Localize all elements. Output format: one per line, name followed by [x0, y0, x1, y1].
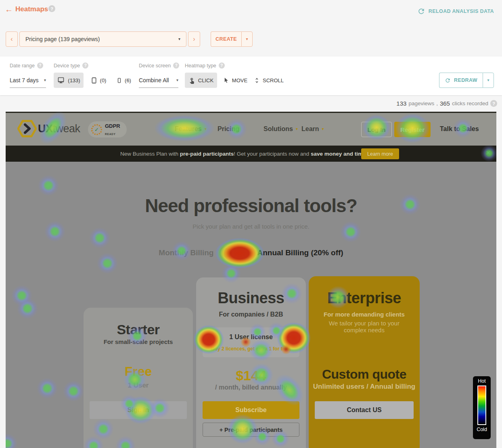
cursor-icon [223, 77, 229, 83]
create-button-group: CREATE ▾ [211, 31, 253, 47]
chevron-down-icon: ▾ [176, 78, 178, 82]
heat-blob [89, 227, 110, 248]
banner-text: New Business Plan with pre-paid particip… [120, 151, 367, 157]
enterprise-desc2: We tailor your plan to your complex need… [309, 320, 420, 333]
reload-label: RELOAD ANALYSIS DATA [429, 8, 494, 14]
gdpr-badge: ✓ GDPRREADY [88, 121, 127, 138]
help-icon[interactable]: ? [173, 63, 179, 69]
previous-page-button[interactable]: ‹ [6, 31, 18, 47]
reload-analysis-data-button[interactable]: RELOAD ANALYSIS DATA [417, 7, 494, 15]
plan-card-enterprise: Enterprise For more demanding clients We… [309, 276, 420, 448]
legend-hot-label: Hot [478, 378, 485, 384]
help-icon[interactable]: ? [48, 5, 55, 12]
enterprise-contact-button: Contact US [315, 401, 414, 419]
heatmap-type-move-button[interactable]: MOVE [221, 73, 249, 88]
redraw-button-group: REDRAW ▾ [439, 73, 494, 88]
refresh-icon [417, 7, 425, 15]
redraw-dropdown-button[interactable]: ▾ [483, 73, 494, 88]
refresh-icon [445, 77, 451, 83]
create-button[interactable]: CREATE [211, 31, 241, 47]
filter-bar: Date range? Last 7 days▾ Device type? (1… [0, 56, 502, 95]
help-icon[interactable]: ? [82, 63, 88, 69]
chevron-down-icon: ▾ [296, 127, 298, 131]
date-range-label: Date range? [10, 63, 43, 69]
tap-click-icon [188, 77, 195, 84]
site-login-button: Log In [361, 122, 392, 137]
help-icon[interactable]: ? [219, 63, 225, 69]
help-icon[interactable]: ? [490, 100, 497, 107]
plan-card-business: Business For companies / B2B − 1 User li… [196, 277, 306, 448]
heatmap-type-scroll-button[interactable]: SCROLL [253, 73, 285, 88]
site-register-button: Register [394, 122, 431, 137]
page-select-value: Pricing page (139 pageviews) [25, 36, 178, 42]
heat-blob [63, 381, 84, 402]
enterprise-name: Enterprise [309, 290, 420, 307]
device-type-tablet-button[interactable]: (0) [87, 73, 110, 88]
heatmap-type-click-button[interactable]: CLICK [185, 73, 217, 88]
heat-blob [38, 175, 59, 196]
create-dropdown-button[interactable]: ▾ [241, 31, 253, 47]
site-nav-solutions: Solutions▾ [264, 125, 298, 133]
license-promo: Buy 2 licences, get extra 1 for free. [203, 346, 299, 352]
legend-cold-label: Cold [477, 427, 487, 432]
heatmap-type-label: Heatmap type? [185, 63, 225, 69]
desktop-icon [57, 77, 65, 84]
redraw-button[interactable]: REDRAW [439, 73, 483, 88]
back-arrow-icon[interactable]: ← [5, 5, 13, 14]
device-screen-select[interactable]: Combine All▾ [139, 73, 178, 88]
site-hero-subtitle: Pick your plan and get all tools in one … [6, 223, 496, 230]
device-screen-label: Device screen? [139, 63, 179, 69]
business-desc: For companies / B2B [196, 311, 306, 318]
site-navbar: UXtweak ✓ GDPRREADY Features▾ Pricing So… [6, 113, 496, 146]
site-nav-learn: Learn▾ [301, 125, 324, 133]
recording-stats: 133 pageviews , 365 clicks recorded ? [396, 100, 497, 107]
heat-blob [6, 433, 17, 448]
site-nav-pricing: Pricing [218, 125, 239, 133]
enterprise-unit: Unlimited users / Annual billing [309, 383, 420, 391]
business-license-box: − 1 User license + Buy 2 licences, get e… [203, 327, 299, 357]
chevron-down-icon: ▾ [178, 37, 180, 41]
chevron-down-icon: ▾ [487, 78, 489, 82]
billing-toggle-row: Monthly Billing Annual Billing (20% off) [6, 246, 496, 260]
uxtweak-logo-icon [17, 119, 37, 138]
website-screenshot: UXtweak ✓ GDPRREADY Features▾ Pricing So… [6, 112, 496, 448]
chevron-down-icon: ▾ [246, 37, 248, 41]
heatmap-analysis-page: ← Heatmaps ? RELOAD ANALYSIS DATA ‹ Pric… [0, 0, 502, 448]
device-type-mobile-button[interactable]: (6) [114, 73, 134, 88]
device-type-label: Device type? [54, 63, 88, 69]
chevron-down-icon: ▾ [205, 127, 207, 131]
heatmap-legend: Hot Cold [473, 376, 491, 439]
mobile-icon [117, 77, 122, 84]
enterprise-price: Custom quote [309, 367, 420, 382]
heat-blob [37, 378, 58, 399]
legend-gradient-bar [477, 385, 486, 425]
gdpr-check-icon: ✓ [91, 124, 102, 135]
billing-toggle [220, 246, 251, 260]
help-icon[interactable]: ? [37, 63, 43, 69]
starter-unit: 1 User [84, 381, 193, 390]
business-price: $144 [196, 368, 306, 383]
starter-desc: For small-scale projects [84, 338, 193, 345]
enterprise-desc: For more demanding clients [309, 311, 420, 318]
date-range-select[interactable]: Last 7 days▾ [10, 73, 46, 88]
scroll-icon [254, 77, 260, 84]
banner-learn-more-button: Learn more [361, 148, 399, 159]
site-promo-banner: New Business Plan with pre-paid particip… [6, 146, 496, 162]
next-page-button[interactable]: › [188, 31, 200, 47]
chevron-down-icon: ▾ [322, 127, 324, 131]
heat-blob [11, 285, 32, 306]
business-subscribe-button: Subscribe [203, 401, 299, 419]
license-plus-button: + [287, 332, 295, 342]
business-prepaid-button: + Pre-paid participants [203, 423, 299, 437]
device-type-desktop-button[interactable]: (133) [54, 73, 84, 88]
site-logo-text: UXtweak [38, 123, 80, 135]
site-hero-title: Need professional tools? [6, 195, 496, 217]
chevron-down-icon: ▾ [44, 78, 46, 82]
business-name: Business [196, 290, 306, 307]
toggle-knob [222, 248, 232, 258]
page-select-dropdown[interactable]: Pricing page (139 pageviews) ▾ [19, 31, 186, 47]
license-label: 1 User license [215, 333, 287, 341]
license-minus-button: − [207, 332, 215, 342]
heat-blob [17, 298, 38, 319]
business-unit: / month, billed annually [196, 384, 306, 391]
